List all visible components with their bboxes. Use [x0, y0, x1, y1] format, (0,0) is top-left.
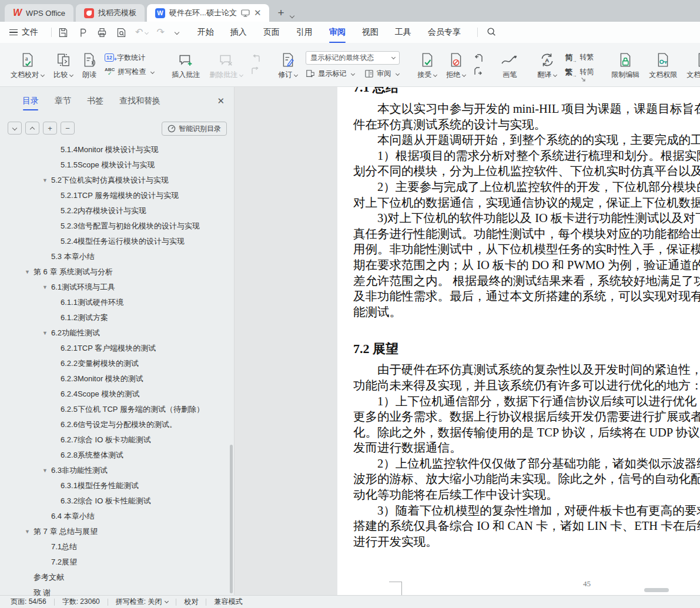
document-page[interactable]: 7.1 总结本文以实习中参与开发的 mini-HIL 项目为课题，课题目标旨在件… — [337, 87, 700, 595]
toc-item-label: 5.2.1TCP 服务端模块的设计与实现 — [0, 190, 179, 201]
toc-item[interactable]: ▼第 7 章 总结与展望 — [0, 524, 234, 539]
review-panel-button[interactable]: 审阅 — [364, 69, 399, 79]
tab-wps-office[interactable]: W WPS Office — [5, 4, 73, 22]
toc-item[interactable]: 致 谢 — [0, 585, 234, 600]
quick-toolbar-chevron-icon[interactable] — [175, 30, 179, 35]
word-count-button[interactable]: 12+ 字数统计 — [105, 53, 154, 63]
tab-list-chevron-icon[interactable] — [289, 14, 294, 18]
nav-tab-目录[interactable]: 目录 — [22, 96, 39, 110]
compare-button[interactable]: 比较 — [49, 43, 78, 86]
group-expand-icon[interactable] — [581, 74, 586, 85]
smart-toc-button[interactable]: 智能识别目录 — [162, 122, 227, 136]
toc-item[interactable]: 7.2展望 — [0, 555, 234, 570]
close-tab-icon[interactable]: ✕ — [254, 8, 262, 18]
read-aloud-button[interactable]: 朗读 — [78, 43, 101, 86]
toc-item[interactable]: ▼6.2功能性测试 — [0, 325, 234, 341]
track-changes-button[interactable]: 修订 — [273, 43, 302, 86]
toc-item[interactable]: 5.2.2内存模块设计与实现 — [0, 203, 234, 219]
toc-item[interactable]: 6.2.6信号设定与分配模块的测试。 — [0, 417, 234, 432]
zoom-in-outline-button[interactable]: + — [43, 122, 57, 135]
print-icon[interactable] — [96, 27, 108, 38]
document-text-line: 2）上位机监控软件仅仅做了部分基础功能，诸如类似示波器绘 — [353, 456, 700, 472]
menu-item-插入[interactable]: 插入 — [222, 23, 255, 42]
menu-item-开始[interactable]: 开始 — [189, 23, 222, 42]
toc-item[interactable]: 6.2.5下位机 TCP 服务端的测试（待删除） — [0, 402, 234, 417]
export-pdf-icon[interactable] — [77, 27, 88, 38]
markup-state-dropdown[interactable]: 显示标记的最终状态 — [306, 51, 400, 65]
restrict-editing-button[interactable]: 限制编辑 — [607, 43, 644, 86]
reject-change-button[interactable]: 拒绝 — [441, 43, 470, 86]
toc-item[interactable]: ▼6.1测试环境与工具 — [0, 280, 234, 295]
toc-item[interactable]: ▼5.2下位机实时仿真模块设计与实现 — [0, 173, 234, 188]
previous-change-button[interactable] — [474, 54, 483, 63]
toc-item[interactable]: ▼6.3非功能性测试 — [0, 463, 234, 478]
doc-permission-button[interactable]: 文档权限 — [644, 43, 682, 86]
show-markup-button[interactable]: 显示标记 — [306, 69, 354, 79]
toc-item[interactable]: 5.2.3信号配置与初始化模块的设计与实现 — [0, 219, 234, 234]
menu-item-引用[interactable]: 引用 — [288, 23, 321, 42]
close-pane-icon[interactable]: ✕ — [217, 96, 225, 106]
menu-item-页面[interactable]: 页面 — [255, 23, 288, 42]
finalize-doc-button[interactable]: 文档定稿 — [682, 43, 700, 86]
toc-item[interactable]: 5.1.5Scope 模块设计与实现 — [0, 157, 234, 173]
toc-item[interactable]: ▼第 6 章 系统测试与分析 — [0, 264, 234, 280]
tab-document[interactable]: W 硬件在环...硕士论文 ✕ — [147, 4, 269, 22]
search-icon[interactable] — [486, 26, 497, 39]
toc-item[interactable]: 5.3 本章小结 — [0, 249, 234, 264]
toc-item[interactable]: 6.2.2变量树模块的测试 — [0, 356, 234, 371]
undo-icon: ↶ — [135, 28, 148, 37]
horizontal-scrollbar[interactable] — [644, 588, 669, 592]
toc-item[interactable]: 6.2.8系统整体测试 — [0, 448, 234, 463]
toc-item[interactable]: 6.2.1TCP 客户端模块的测试 — [0, 341, 234, 356]
menu-item-会员专享[interactable]: 会员专享 — [420, 23, 469, 42]
svg-text:a: a — [25, 55, 28, 62]
next-change-button[interactable] — [474, 67, 483, 76]
sidebar-scrollbar[interactable] — [230, 445, 233, 593]
writer-doc-icon: W — [155, 8, 165, 18]
collapse-arrow-icon[interactable]: ▼ — [25, 269, 30, 275]
toc-item[interactable]: 6.3.2综合 IO 板卡性能测试 — [0, 493, 234, 509]
presentation-mode-icon[interactable] — [241, 9, 250, 17]
nav-tab-书签[interactable]: 书签 — [87, 96, 103, 110]
toc-item[interactable]: 6.2.4Scope 模块的测试 — [0, 387, 234, 402]
collapse-arrow-icon[interactable]: ▼ — [25, 529, 30, 535]
zoom-out-outline-button[interactable]: − — [61, 122, 75, 135]
toc-item[interactable]: 6.4 本章小结 — [0, 509, 234, 524]
translate-button[interactable]: A 翻译 — [532, 43, 561, 86]
toc-item[interactable]: 参考文献 — [0, 570, 234, 585]
nav-tab-章节[interactable]: 章节 — [55, 96, 71, 110]
tab-docer-templates[interactable]: 找稻壳模板 — [76, 4, 145, 22]
simplified-to-traditional-button[interactable]: 简→ 转繁 — [565, 52, 594, 63]
toc-item[interactable]: 7.1总结 — [0, 539, 234, 555]
new-tab-button[interactable]: + — [277, 6, 284, 19]
collapse-arrow-icon[interactable]: ▼ — [42, 330, 48, 336]
toc-item-label: 致 谢 — [0, 587, 51, 598]
doc-proofing-button[interactable]: a 文档校对 — [6, 43, 49, 86]
expand-all-button[interactable] — [25, 122, 39, 135]
collapse-arrow-icon[interactable]: ▼ — [42, 284, 48, 290]
compare-icon — [56, 50, 71, 68]
toc-item[interactable]: 5.2.4模型任务运行模块的设计与实现 — [0, 234, 234, 249]
menu-item-审阅[interactable]: 审阅 — [321, 23, 354, 42]
collapse-arrow-icon[interactable]: ▼ — [42, 468, 48, 473]
print-preview-icon[interactable] — [116, 27, 127, 38]
toc-item[interactable]: 5.1.4Monitor 模块设计与实现 — [0, 142, 234, 157]
spell-check-button[interactable]: ABC✓ 拼写检查 — [105, 67, 154, 77]
menu-item-工具[interactable]: 工具 — [387, 23, 420, 42]
save-icon[interactable] — [58, 27, 69, 38]
file-menu-button[interactable]: 文件 — [9, 27, 38, 38]
menu-item-视图[interactable]: 视图 — [354, 23, 387, 42]
toc-item[interactable]: 6.3.1模型任务性能测试 — [0, 478, 234, 493]
toc-item[interactable]: 6.1.2测试方案 — [0, 310, 234, 325]
accept-change-button[interactable]: 接受 — [413, 43, 441, 86]
nav-tab-查找和替换[interactable]: 查找和替换 — [119, 96, 160, 110]
toc-item[interactable]: 6.1.1测试硬件环境 — [0, 295, 234, 310]
insert-comment-button[interactable]: 插入批注 — [167, 43, 205, 86]
traditional-to-simplified-button[interactable]: 繁→ 转简 — [565, 67, 594, 78]
toc-item[interactable]: 6.2.3Monitor 模块的测试 — [0, 371, 234, 387]
collapse-arrow-icon[interactable]: ▼ — [42, 177, 48, 183]
ink-pen-button[interactable]: 画笔 — [496, 43, 523, 86]
collapse-all-button[interactable] — [8, 122, 22, 135]
toc-item[interactable]: 5.2.1TCP 服务端模块的设计与实现 — [0, 188, 234, 203]
toc-item[interactable]: 6.2.7综合 IO 板卡功能测试 — [0, 432, 234, 448]
